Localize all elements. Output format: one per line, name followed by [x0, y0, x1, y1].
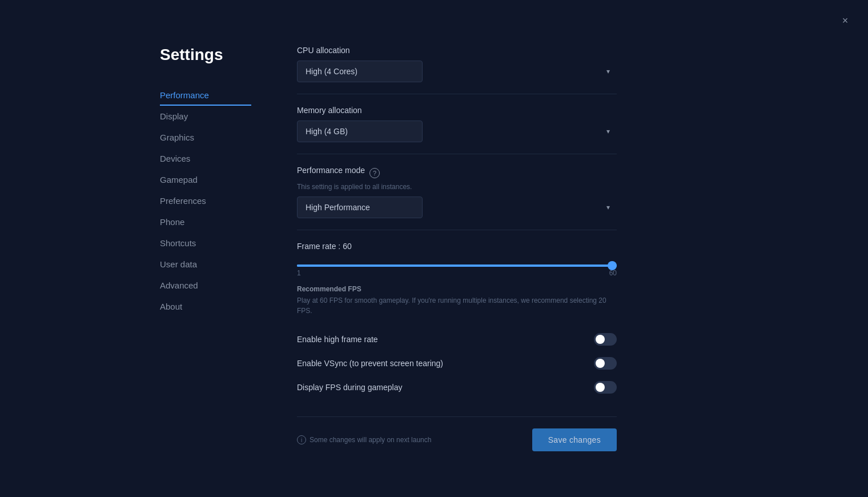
slider-range-labels: 1 60 — [297, 269, 617, 277]
cpu-allocation-label: CPU allocation — [297, 46, 617, 55]
toggle-row-high-frame-rate: Enable high frame rate — [297, 327, 617, 351]
cpu-allocation-section: CPU allocation Low (1 Core)Medium (2 Cor… — [297, 46, 617, 82]
page-title: Settings — [160, 46, 251, 64]
memory-allocation-section: Memory allocation Low (1 GB)Medium (2 GB… — [297, 106, 617, 142]
sidebar-item-user-data[interactable]: User data — [160, 254, 251, 275]
info-icon: i — [297, 435, 306, 444]
sidebar-item-shortcuts[interactable]: Shortcuts — [160, 233, 251, 254]
sidebar: PerformanceDisplayGraphicsDevicesGamepad… — [160, 85, 251, 317]
memory-allocation-wrapper: Low (1 GB)Medium (2 GB)High (4 GB)Ultra … — [297, 121, 617, 142]
memory-allocation-select[interactable]: Low (1 GB)Medium (2 GB)High (4 GB)Ultra … — [297, 121, 423, 142]
close-button[interactable]: × — [836, 11, 854, 30]
toggle-label-display-fps: Display FPS during gameplay — [297, 383, 402, 392]
frame-rate-label: Frame rate : 60 — [297, 242, 617, 251]
toggle-display-fps[interactable] — [594, 381, 617, 394]
slider-max-label: 60 — [609, 269, 617, 277]
recommended-fps-title: Recommended FPS — [297, 285, 617, 293]
toggle-high-frame-rate[interactable] — [594, 333, 617, 346]
performance-mode-label: Performance mode — [297, 166, 365, 175]
chevron-down-icon: ▾ — [606, 203, 610, 211]
help-icon[interactable]: ? — [369, 168, 380, 178]
frame-rate-slider[interactable] — [297, 264, 617, 267]
sidebar-item-advanced[interactable]: Advanced — [160, 275, 251, 296]
sidebar-item-graphics[interactable]: Graphics — [160, 127, 251, 148]
performance-mode-label-row: Performance mode ? — [297, 166, 617, 181]
toggle-label-high-frame-rate: Enable high frame rate — [297, 335, 378, 344]
sidebar-item-phone[interactable]: Phone — [160, 211, 251, 233]
chevron-down-icon: ▾ — [606, 67, 610, 75]
cpu-allocation-select[interactable]: Low (1 Core)Medium (2 Cores)High (4 Core… — [297, 61, 423, 82]
sidebar-item-gamepad[interactable]: Gamepad — [160, 169, 251, 190]
recommended-fps-text: Play at 60 FPS for smooth gameplay. If y… — [297, 295, 617, 316]
memory-allocation-label: Memory allocation — [297, 106, 617, 115]
performance-mode-wrapper: Power SavingBalancedHigh PerformanceUltr… — [297, 197, 617, 218]
close-icon: × — [842, 15, 849, 27]
performance-mode-select[interactable]: Power SavingBalancedHigh PerformanceUltr… — [297, 197, 423, 218]
main-content: CPU allocation Low (1 Core)Medium (2 Cor… — [297, 46, 617, 451]
save-changes-button[interactable]: Save changes — [532, 428, 617, 451]
toggles-section: Enable high frame rateEnable VSync (to p… — [297, 327, 617, 399]
cpu-allocation-wrapper: Low (1 Core)Medium (2 Cores)High (4 Core… — [297, 61, 617, 82]
frame-rate-section: Frame rate : 60 1 60 Recommended FPS Pla… — [297, 242, 617, 316]
sidebar-item-about[interactable]: About — [160, 296, 251, 317]
sidebar-item-display[interactable]: Display — [160, 106, 251, 127]
divider-2 — [297, 154, 617, 154]
toggle-row-vsync: Enable VSync (to prevent screen tearing) — [297, 351, 617, 375]
divider-3 — [297, 230, 617, 230]
divider-1 — [297, 94, 617, 94]
footer-note: i Some changes will apply on next launch — [297, 435, 431, 444]
sidebar-item-preferences[interactable]: Preferences — [160, 190, 251, 211]
left-panel: Settings PerformanceDisplayGraphicsDevic… — [160, 46, 251, 451]
toggle-row-display-fps: Display FPS during gameplay — [297, 375, 617, 399]
slider-min-label: 1 — [297, 269, 301, 277]
performance-mode-subtext: This setting is applied to all instances… — [297, 183, 617, 191]
performance-mode-section: Performance mode ? This setting is appli… — [297, 166, 617, 218]
chevron-down-icon: ▾ — [606, 127, 610, 135]
toggle-label-vsync: Enable VSync (to prevent screen tearing) — [297, 359, 443, 368]
sidebar-item-devices[interactable]: Devices — [160, 148, 251, 169]
sidebar-item-performance[interactable]: Performance — [160, 85, 251, 106]
settings-container: Settings PerformanceDisplayGraphicsDevic… — [0, 0, 868, 451]
footer-note-text: Some changes will apply on next launch — [310, 436, 431, 444]
toggle-vsync[interactable] — [594, 357, 617, 370]
footer-bar: i Some changes will apply on next launch… — [297, 416, 617, 451]
